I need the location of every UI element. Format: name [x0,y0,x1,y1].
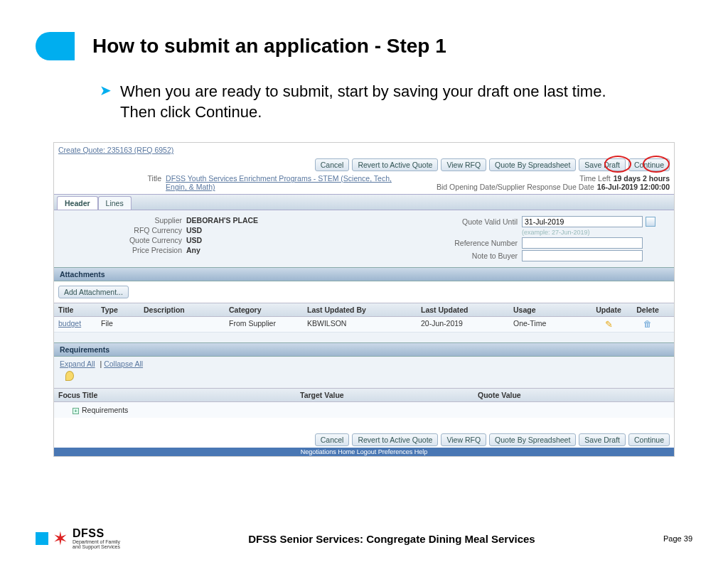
quote-spreadsheet-button-2[interactable]: Quote By Spreadsheet [489,433,576,446]
logo-square-icon [36,532,48,545]
note-label: Note to Buyer [429,252,522,260]
continue-button[interactable]: Continue [628,158,670,171]
add-attachment-button[interactable]: Add Attachment... [58,286,129,298]
att-usage: One-Time [509,317,587,332]
att-up: 20-Jun-2019 [417,317,509,332]
quotecur-label: Quote Currency [58,236,186,244]
cancel-button[interactable]: Cancel [315,158,350,171]
col-type: Type [97,303,139,316]
bottom-nav-links[interactable]: Negotiations Home Logout Preferences Hel… [54,448,674,456]
valid-input[interactable] [522,216,643,227]
view-rfq-button-2[interactable]: View RFQ [441,433,486,446]
breadcrumb[interactable]: Create Quote: 235163 (RFQ 6952) [54,143,674,157]
valid-label: Quote Valid Until [429,217,522,226]
cancel-button-2[interactable]: Cancel [315,433,350,446]
logo-dfss-text: DFSS [73,528,120,539]
app-screenshot: Create Quote: 235163 (RFQ 6952) Cancel R… [53,142,675,457]
priceprec-label: Price Precision [58,246,186,254]
col-desc: Description [139,303,225,316]
title-label: Title [58,174,166,191]
tip-icon [65,371,74,381]
requirement-row: +Requirements [54,402,674,418]
pencil-icon[interactable]: ✎ [605,319,613,330]
att-title[interactable]: budget [54,317,97,332]
due-value: 16-Jul-2019 12:00:00 [597,183,670,191]
ref-label: Reference Number [429,239,522,247]
col-quote: Quote Value [473,389,651,401]
slide-title: How to submit an application - Step 1 [92,35,446,58]
rfqcur-value: USD [186,226,202,234]
col-title: Title [54,303,97,316]
expand-icon[interactable]: + [73,408,79,414]
save-draft-button[interactable]: Save Draft [579,158,626,171]
footer-title: DFSS Senior Services: Congregate Dining … [120,533,663,545]
col-focus: Focus Title [54,389,296,401]
col-cat: Category [225,303,303,316]
col-update: Update [587,303,630,316]
col-up: Last Updated [417,303,509,316]
quote-spreadsheet-button[interactable]: Quote By Spreadsheet [489,158,576,171]
timeleft-value: 19 days 2 hours [614,174,670,183]
calendar-icon[interactable] [646,217,655,227]
att-type: File [97,317,139,332]
due-label: Bid Opening Date/Supplier Response Due D… [437,183,597,191]
col-target: Target Value [296,389,473,401]
dfss-logo: ✶ DFSS Department of Family and Support … [36,528,120,549]
expand-all-link[interactable]: Expand All [60,360,95,368]
col-delete: Delete [630,303,665,316]
col-upby: Last Updated By [303,303,417,316]
supplier-label: Supplier [58,216,186,225]
requirements-section: Requirements [54,342,674,357]
quotecur-value: USD [186,236,202,244]
title-link[interactable]: DFSS Youth Services Enrichment Programs … [166,174,408,191]
valid-example: (example: 27-Jun-2019) [522,229,590,236]
logo-star-icon: ✶ [53,532,68,545]
attachments-section: Attachments [54,267,674,281]
req-title: Requirements [82,406,128,414]
col-usage: Usage [509,303,587,316]
ref-input[interactable] [522,237,643,249]
bottom-button-row: Cancel Revert to Active Quote View RFQ Q… [54,432,674,448]
att-cat: From Supplier [225,317,303,332]
rfqcur-label: RFQ Currency [58,226,186,234]
top-button-row: Cancel Revert to Active Quote View RFQ Q… [54,157,674,173]
slide-accent [36,32,75,60]
save-draft-button-2[interactable]: Save Draft [579,433,626,446]
note-input[interactable] [522,250,643,261]
attachment-row: budget File From Supplier KBWILSON 20-Ju… [54,317,674,333]
priceprec-value: Any [186,246,200,254]
timeleft-label: Time Left [579,174,613,183]
bullet-arrow-icon: ➤ [100,82,112,99]
collapse-all-link[interactable]: Collapse All [104,360,143,368]
page-number: Page 39 [663,534,692,543]
logo-dept1: Department of Family [73,539,120,544]
revert-button-2[interactable]: Revert to Active Quote [352,433,438,446]
tab-lines[interactable]: Lines [98,196,132,210]
revert-button[interactable]: Revert to Active Quote [352,158,438,171]
supplier-value: DEBORAH'S PLACE [186,216,258,225]
trash-icon[interactable]: 🗑 [643,319,652,329]
view-rfq-button[interactable]: View RFQ [441,158,486,171]
logo-dept2: and Support Services [73,544,120,549]
att-desc [139,317,225,332]
att-upby: KBWILSON [303,317,417,332]
tab-header[interactable]: Header [57,196,98,210]
bullet-text: When you are ready to submit, start by s… [120,82,628,122]
continue-button-2[interactable]: Continue [628,433,670,446]
